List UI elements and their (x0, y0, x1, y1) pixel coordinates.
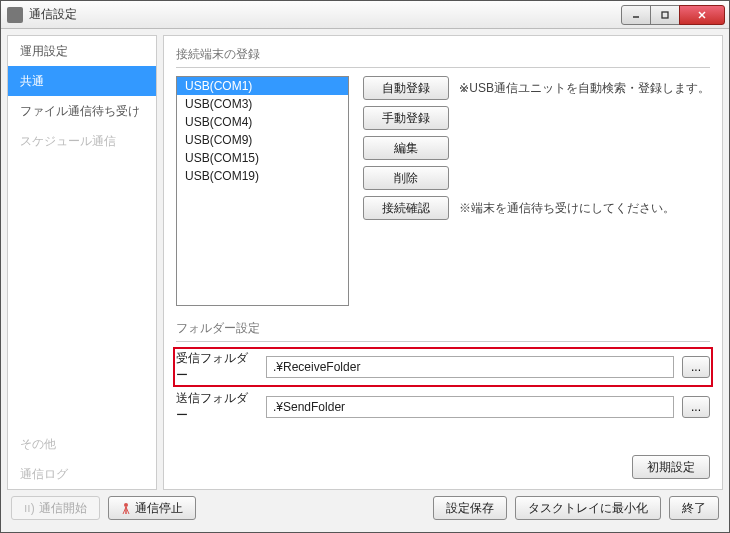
antenna-icon: ıı) (24, 501, 35, 515)
button-label: タスクトレイに最小化 (528, 500, 648, 517)
svg-point-4 (124, 503, 128, 507)
content: 接続端末の登録 USB(COM1) USB(COM3) USB(COM4) US… (163, 35, 723, 490)
minimize-button[interactable] (621, 5, 651, 25)
sidebar-item-label: 運用設定 (20, 43, 68, 60)
sidebar-item-commlog: 通信ログ (8, 459, 156, 489)
stop-comm-button[interactable]: 通信停止 (108, 496, 196, 520)
button-label: 削除 (394, 170, 418, 187)
reset-button[interactable]: 初期設定 (632, 455, 710, 479)
button-label: 通信停止 (135, 500, 183, 517)
sidebar-item-label: 共通 (20, 73, 44, 90)
terminal-listbox[interactable]: USB(COM1) USB(COM3) USB(COM4) USB(COM9) … (176, 76, 349, 306)
sidebar-item-label: その他 (20, 436, 56, 453)
button-label: 編集 (394, 140, 418, 157)
check-conn-note: ※端末を通信待ち受けにしてください。 (459, 200, 675, 217)
button-label: 設定保存 (446, 500, 494, 517)
sidebar-item-common[interactable]: 共通 (8, 66, 156, 96)
main-area: 運用設定 共通 ファイル通信待ち受け スケジュール通信 その他 通信ログ 接続端… (7, 35, 723, 490)
receive-folder-input[interactable]: .¥ReceiveFolder (266, 356, 674, 378)
button-label: ... (691, 400, 701, 414)
list-item[interactable]: USB(COM4) (177, 113, 348, 131)
manual-register-button[interactable]: 手動登録 (363, 106, 449, 130)
list-item[interactable]: USB(COM9) (177, 131, 348, 149)
sidebar-item-label: スケジュール通信 (20, 133, 116, 150)
footer: ıı) 通信開始 通信停止 設定保存 タスクトレイに最小化 終了 (7, 490, 723, 526)
button-label: 手動登録 (382, 110, 430, 127)
close-button[interactable] (679, 5, 725, 25)
check-conn-button[interactable]: 接続確認 (363, 196, 449, 220)
divider (176, 67, 710, 68)
minimize-tray-button[interactable]: タスクトレイに最小化 (515, 496, 661, 520)
folder-group: フォルダー設定 受信フォルダー .¥ReceiveFolder ... 送信フォ… (176, 320, 710, 430)
terminal-row: USB(COM1) USB(COM3) USB(COM4) USB(COM9) … (176, 76, 710, 306)
button-label: ... (691, 360, 701, 374)
client-area: 運用設定 共通 ファイル通信待ち受け スケジュール通信 その他 通信ログ 接続端… (1, 29, 729, 532)
window-title: 通信設定 (29, 6, 622, 23)
send-folder-input[interactable]: .¥SendFolder (266, 396, 674, 418)
sidebar-item-other: その他 (8, 429, 156, 459)
window: 通信設定 運用設定 共通 ファイル通信待ち受け スケジュール通信 その他 通信ロ… (0, 0, 730, 533)
list-item[interactable]: USB(COM3) (177, 95, 348, 113)
sidebar-item-label: ファイル通信待ち受け (20, 103, 140, 120)
button-label: 接続確認 (382, 200, 430, 217)
send-folder-label: 送信フォルダー (176, 390, 258, 424)
titlebar: 通信設定 (1, 1, 729, 29)
terminal-buttons: 自動登録 ※USB通信ユニットを自動検索・登録します。 手動登録 編集 削除 (363, 76, 710, 306)
button-label: 終了 (682, 500, 706, 517)
button-label: 初期設定 (647, 459, 695, 476)
sysbuttons (622, 5, 725, 25)
sidebar: 運用設定 共通 ファイル通信待ち受け スケジュール通信 その他 通信ログ (7, 35, 157, 490)
folder-group-title: フォルダー設定 (176, 320, 710, 337)
sidebar-bottom: その他 通信ログ (8, 429, 156, 489)
send-browse-button[interactable]: ... (682, 396, 710, 418)
auto-register-note: ※USB通信ユニットを自動検索・登録します。 (459, 80, 710, 97)
app-icon (7, 7, 23, 23)
auto-register-button[interactable]: 自動登録 (363, 76, 449, 100)
input-value: .¥SendFolder (273, 400, 345, 414)
content-footer: 初期設定 (176, 455, 710, 479)
button-label: 自動登録 (382, 80, 430, 97)
receive-browse-button[interactable]: ... (682, 356, 710, 378)
list-item[interactable]: USB(COM19) (177, 167, 348, 185)
button-label: 通信開始 (39, 500, 87, 517)
send-folder-row: 送信フォルダー .¥SendFolder ... (176, 390, 710, 424)
exit-button[interactable]: 終了 (669, 496, 719, 520)
input-value: .¥ReceiveFolder (273, 360, 360, 374)
receive-folder-label: 受信フォルダー (176, 350, 258, 384)
terminal-group-title: 接続端末の登録 (176, 46, 710, 63)
edit-button[interactable]: 編集 (363, 136, 449, 160)
save-settings-button[interactable]: 設定保存 (433, 496, 507, 520)
sidebar-item-label: 通信ログ (20, 466, 68, 483)
sidebar-item-operation[interactable]: 運用設定 (8, 36, 156, 66)
delete-button[interactable]: 削除 (363, 166, 449, 190)
svg-rect-1 (662, 12, 668, 18)
list-item[interactable]: USB(COM15) (177, 149, 348, 167)
sidebar-top: 運用設定 共通 ファイル通信待ち受け スケジュール通信 (8, 36, 156, 429)
list-item[interactable]: USB(COM1) (177, 77, 348, 95)
sidebar-item-filecomm[interactable]: ファイル通信待ち受け (8, 96, 156, 126)
start-comm-button: ıı) 通信開始 (11, 496, 100, 520)
sidebar-item-schedule: スケジュール通信 (8, 126, 156, 156)
divider (176, 341, 710, 342)
antenna-icon (121, 502, 131, 514)
receive-folder-row: 受信フォルダー .¥ReceiveFolder ... (176, 350, 710, 384)
terminal-group: 接続端末の登録 USB(COM1) USB(COM3) USB(COM4) US… (176, 46, 710, 306)
maximize-button[interactable] (650, 5, 680, 25)
